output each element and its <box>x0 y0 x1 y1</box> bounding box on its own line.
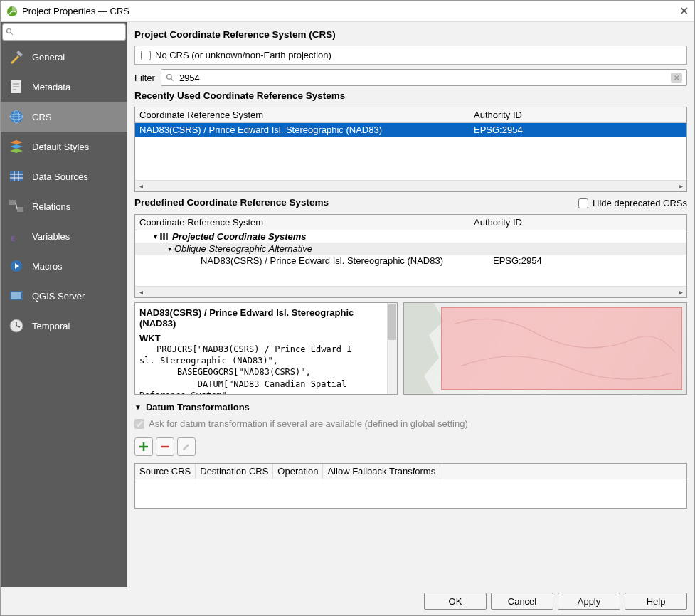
sidebar-item-metadata[interactable]: Metadata <box>1 72 127 102</box>
svg-rect-23 <box>11 292 21 299</box>
svg-text:ε: ε <box>11 233 15 243</box>
scroll-left-icon[interactable]: ◂ <box>137 182 145 191</box>
sidebar: General Metadata CRS Default Styles Data… <box>1 22 127 587</box>
col-header-operation[interactable]: Operation <box>273 464 323 479</box>
hide-deprecated-label: Hide deprecated CRSs <box>593 198 687 208</box>
svg-line-28 <box>171 78 173 80</box>
sidebar-item-crs[interactable]: CRS <box>1 102 127 132</box>
scroll-thumb[interactable] <box>388 304 396 340</box>
plus-icon <box>139 442 149 452</box>
edit-transformation-button[interactable] <box>177 437 196 456</box>
chevron-down-icon[interactable]: ▾ <box>154 233 157 240</box>
wkt-line: DATUM["NAD83 Canadian Spatial <box>156 378 393 390</box>
col-header-crs[interactable]: Coordinate Reference System <box>135 107 469 122</box>
recent-header: Recently Used Coordinate Reference Syste… <box>134 90 687 101</box>
sidebar-item-label: Default Styles <box>32 142 89 152</box>
tree-root[interactable]: ▾ Projected Coordinate Systems <box>135 230 686 243</box>
no-crs-row[interactable]: No CRS (or unknown/non-Earth projection) <box>134 46 687 65</box>
tree-leaf-auth: EPSG:2954 <box>493 255 542 266</box>
scroll-right-icon[interactable]: ▸ <box>677 182 685 191</box>
sidebar-item-label: Variables <box>32 231 70 242</box>
col-header-destination-crs[interactable]: Destination CRS <box>196 464 273 479</box>
ask-datum-label: Ask for datum transformation if several … <box>149 418 468 429</box>
col-header-source-crs[interactable]: Source CRS <box>135 464 196 479</box>
wkt-line: BASEGEOGCRS["NAD83(CSRS)", <box>156 366 393 378</box>
ask-datum-row: Ask for datum transformation if several … <box>134 417 687 430</box>
col-header-authority[interactable]: Authority ID <box>469 107 686 122</box>
filter-input[interactable] <box>179 73 667 83</box>
search-icon <box>166 73 175 83</box>
recent-crs-table[interactable]: Coordinate Reference System Authority ID… <box>134 107 687 192</box>
hscrollbar[interactable]: ◂▸ <box>135 180 686 191</box>
wkt-pane[interactable]: NAD83(CSRS) / Prince Edward Isl. Stereog… <box>134 302 398 395</box>
wkt-label: WKT <box>139 333 393 344</box>
tree-leaf[interactable]: NAD83(CSRS) / Prince Edward Isl. Stereog… <box>135 255 686 267</box>
svg-point-27 <box>167 74 172 79</box>
table-icon <box>8 168 25 185</box>
svg-rect-11 <box>10 171 23 181</box>
search-icon <box>6 28 14 36</box>
sidebar-item-label: Macros <box>32 261 63 272</box>
svg-rect-16 <box>9 200 16 205</box>
sidebar-item-relations[interactable]: Relations <box>1 191 127 221</box>
col-header-crs[interactable]: Coordinate Reference System <box>135 215 469 230</box>
chevron-down-icon[interactable]: ▾ <box>168 245 171 253</box>
tree-root-label: Projected Coordinate Systems <box>172 231 307 242</box>
tree-group[interactable]: ▾ Oblique Stereographic Alternative <box>135 243 686 255</box>
sidebar-search[interactable] <box>2 23 126 41</box>
dialog-footer: OK Cancel Apply Help <box>1 587 694 615</box>
predefined-header: Predefined Coordinate Reference Systems <box>134 197 329 208</box>
chevron-down-icon: ▼ <box>134 403 142 411</box>
crs-header: Project Coordinate Reference System (CRS… <box>134 29 687 40</box>
tree-leaf-name: NAD83(CSRS) / Prince Edward Isl. Stereog… <box>201 255 490 266</box>
clock-icon <box>8 317 25 334</box>
sidebar-item-temporal[interactable]: Temporal <box>1 311 127 341</box>
pencil-icon <box>181 442 191 452</box>
cancel-button[interactable]: Cancel <box>491 593 553 610</box>
window-title: Project Properties — CRS <box>22 6 672 16</box>
close-icon[interactable]: ✕ <box>672 4 689 18</box>
recent-crs-row[interactable]: NAD83(CSRS) / Prince Edward Isl. Stereog… <box>135 123 686 137</box>
remove-transformation-button[interactable] <box>156 437 174 456</box>
filter-input-wrap[interactable]: ✕ <box>161 69 687 86</box>
wkt-line: Reference System", <box>139 390 393 395</box>
sidebar-item-data-sources[interactable]: Data Sources <box>1 161 127 191</box>
sidebar-item-qgis-server[interactable]: QGIS Server <box>1 281 127 311</box>
sidebar-item-variables[interactable]: ε Variables <box>1 221 127 251</box>
filter-label: Filter <box>134 73 155 83</box>
sidebar-item-general[interactable]: General <box>1 42 127 72</box>
extent-rectangle <box>441 307 682 390</box>
col-header-fallback[interactable]: Allow Fallback Transforms <box>323 464 440 479</box>
sidebar-item-label: Temporal <box>32 321 70 331</box>
main-panel: Project Coordinate Reference System (CRS… <box>127 22 694 587</box>
datum-transformations-table[interactable]: Source CRS Destination CRS Operation All… <box>134 463 687 509</box>
clear-filter-icon[interactable]: ✕ <box>671 73 682 83</box>
hscrollbar[interactable]: ◂▸ <box>135 286 686 297</box>
wkt-line: sl. Stereographic (NAD83)", <box>139 355 393 366</box>
scroll-left-icon[interactable]: ◂ <box>137 288 145 297</box>
hide-deprecated-checkbox[interactable] <box>578 198 588 208</box>
crs-extent-map <box>403 302 687 395</box>
scroll-right-icon[interactable]: ▸ <box>677 288 685 297</box>
gear-play-icon <box>8 257 25 275</box>
apply-button[interactable]: Apply <box>558 593 620 610</box>
globe-icon <box>8 108 25 125</box>
col-header-authority[interactable]: Authority ID <box>469 215 686 230</box>
server-icon <box>8 287 25 304</box>
sidebar-item-label: QGIS Server <box>32 291 85 302</box>
svg-line-18 <box>16 203 17 209</box>
no-crs-checkbox[interactable] <box>141 51 151 60</box>
grid-icon <box>160 233 168 240</box>
add-transformation-button[interactable] <box>134 437 153 456</box>
sidebar-item-label: Metadata <box>32 82 70 92</box>
hide-deprecated-row[interactable]: Hide deprecated CRSs <box>578 196 687 210</box>
sidebar-item-macros[interactable]: Macros <box>1 251 127 281</box>
sidebar-item-default-styles[interactable]: Default Styles <box>1 132 127 161</box>
datum-transformations-toggle[interactable]: ▼ Datum Transformations <box>134 402 687 413</box>
vscrollbar[interactable] <box>387 303 397 394</box>
sidebar-item-label: Data Sources <box>32 171 88 182</box>
relations-icon <box>8 198 25 215</box>
predefined-crs-tree[interactable]: Coordinate Reference System Authority ID… <box>134 214 687 298</box>
help-button[interactable]: Help <box>625 593 687 610</box>
ok-button[interactable]: OK <box>424 593 487 610</box>
